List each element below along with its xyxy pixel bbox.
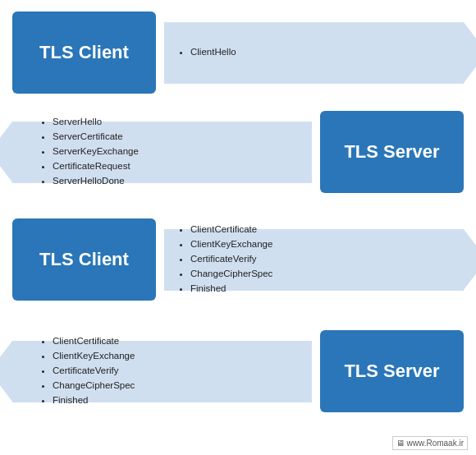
row-1: TLS Client ClientHello: [12, 8, 464, 97]
row-4: ClientCertificateClientKeyExchangeCertif…: [12, 319, 464, 424]
tls-server-box-4: TLS Server: [320, 330, 464, 412]
tls-server-label-2: TLS Server: [344, 141, 439, 163]
list-item: ServerHelloDone: [53, 174, 139, 189]
list-item: CertificateVerify: [53, 364, 135, 379]
tls-server-label-4: TLS Server: [344, 361, 439, 382]
list-item: ChangeCipherSpec: [190, 267, 272, 282]
list-item: ClientCertificate: [53, 334, 135, 349]
list-item: ClientKeyExchange: [53, 349, 135, 364]
arrow-text-1: ClientHello: [179, 45, 236, 60]
list-item: ChangeCipherSpec: [53, 379, 135, 393]
arrow-left-4: ClientCertificateClientKeyExchangeCertif…: [12, 341, 312, 402]
arrow-text-3: ClientCertificateClientKeyExchangeCertif…: [179, 223, 272, 296]
row-3: TLS Client ClientCertificateClientKeyExc…: [12, 207, 464, 312]
list-item: CertificateRequest: [53, 159, 139, 174]
tls-client-label-1: TLS Client: [39, 42, 129, 63]
list-item: CertificateVerify: [190, 252, 272, 267]
row-2: ServerHelloServerCertificateServerKeyExc…: [12, 103, 464, 200]
arrow-right-1: ClientHello: [164, 22, 464, 84]
list-item: ClientHello: [190, 45, 236, 60]
watermark: 🖥 www.Romaak.ir: [392, 436, 468, 450]
arrow-right-3: ClientCertificateClientKeyExchangeCertif…: [164, 229, 464, 291]
arrow-text-2: ServerHelloServerCertificateServerKeyExc…: [41, 115, 139, 188]
watermark-text: www.Romaak.ir: [407, 439, 464, 448]
arrow-left-2: ServerHelloServerCertificateServerKeyExc…: [12, 122, 312, 183]
list-item: Finished: [53, 393, 135, 408]
list-item: ClientKeyExchange: [190, 237, 272, 252]
arrow-text-4: ClientCertificateClientKeyExchangeCertif…: [41, 334, 135, 407]
list-item: ServerHello: [53, 115, 139, 130]
tls-server-box-2: TLS Server: [320, 111, 464, 193]
tls-client-box-1: TLS Client: [12, 11, 156, 94]
diagram: TLS Client ClientHello ServerHelloServer…: [0, 0, 476, 455]
tls-client-box-3: TLS Client: [12, 218, 156, 301]
list-item: ClientCertificate: [190, 223, 272, 237]
tls-client-label-3: TLS Client: [39, 249, 129, 270]
list-item: Finished: [190, 282, 272, 296]
list-item: ServerCertificate: [53, 130, 139, 145]
list-item: ServerKeyExchange: [53, 145, 139, 159]
